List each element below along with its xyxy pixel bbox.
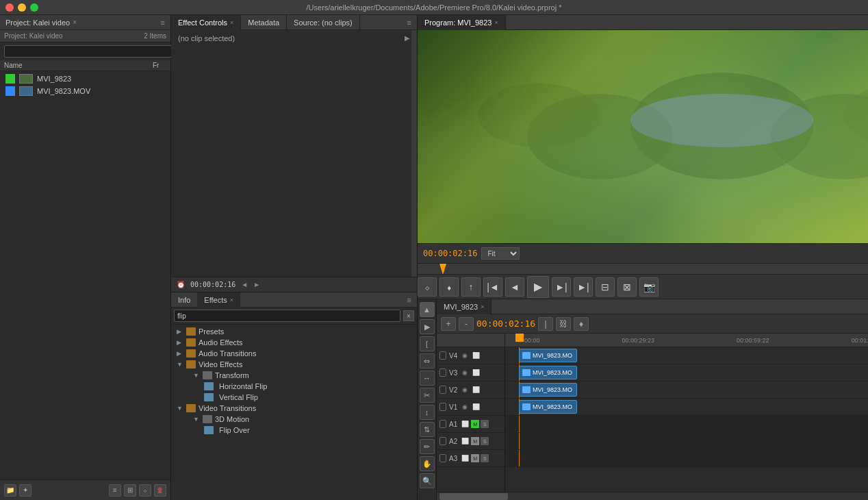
tl-delete-tracks-button[interactable]: - xyxy=(459,317,474,331)
lock-a2[interactable] xyxy=(439,437,446,445)
tree-item-audio-transitions[interactable]: ▶ Audio Transitions xyxy=(171,348,417,359)
insert-button[interactable]: ↑ xyxy=(461,277,481,297)
track-row-v3[interactable]: MVI_9823.MO xyxy=(505,364,868,382)
lock-v2[interactable] xyxy=(439,386,446,394)
project-search-input[interactable] xyxy=(4,45,175,58)
project-item[interactable]: MVI_9823 xyxy=(0,73,170,85)
tl-add-tracks-button[interactable]: + xyxy=(441,317,456,331)
lock-v4[interactable] xyxy=(439,351,446,360)
lift-button[interactable]: ⊟ xyxy=(596,277,615,297)
effect-controls-menu[interactable]: ≡ xyxy=(402,18,417,27)
tree-item-video-effects[interactable]: ▼ Video Effects xyxy=(171,359,417,370)
razor-tool-button[interactable]: ✂ xyxy=(420,388,435,403)
track-output-v4[interactable]: ⬜ xyxy=(471,351,481,360)
clip-v4[interactable]: MVI_9823.MO xyxy=(519,349,577,362)
mute-a1[interactable]: M xyxy=(471,420,479,428)
track-output-a1[interactable]: ⬜ xyxy=(460,420,470,428)
tree-item-transform[interactable]: ▼ Transform xyxy=(171,370,417,381)
project-panel-close[interactable]: × xyxy=(73,18,77,26)
sequence-tab-close[interactable]: × xyxy=(481,303,484,310)
track-output-v3[interactable]: ⬜ xyxy=(471,368,481,377)
timeline-ruler-row[interactable]: 00:00 00:00:29:23 00:00:59:22 00:01:29:2… xyxy=(505,334,868,347)
program-monitor-close[interactable]: × xyxy=(494,19,498,26)
step-back-button[interactable]: ◄ xyxy=(505,277,524,297)
timeline-scroll-thumb[interactable] xyxy=(439,493,508,500)
list-view-button[interactable]: ≡ xyxy=(109,484,121,497)
step-forward-button[interactable]: ►| xyxy=(552,277,571,297)
mute-a2[interactable]: M xyxy=(471,437,479,445)
track-output-v2[interactable]: ⬜ xyxy=(471,386,481,394)
tab-program-monitor[interactable]: Program: MVI_9823 × xyxy=(418,15,506,30)
tab-effects[interactable]: Effects × xyxy=(197,292,240,308)
rate-stretch-tool-button[interactable]: ↔ xyxy=(420,371,435,386)
tl-add-marker-button[interactable]: ♦ xyxy=(574,317,589,331)
mute-a3[interactable]: M xyxy=(471,454,479,462)
rolling-edit-tool-button[interactable]: ⇔ xyxy=(420,353,435,368)
slip-tool-button[interactable]: ↕ xyxy=(420,405,435,420)
tab-source[interactable]: Source: (no clips) xyxy=(287,15,360,30)
play-button[interactable]: ▶ xyxy=(527,276,549,298)
lock-v1[interactable] xyxy=(439,403,446,411)
mark-out-button[interactable]: ⬧ xyxy=(439,277,459,297)
tree-item-horizontal-flip[interactable]: Horizontal Flip xyxy=(171,381,417,392)
lock-a1[interactable] xyxy=(439,420,446,428)
track-row-a2[interactable] xyxy=(505,433,868,450)
hand-tool-button[interactable]: ✋ xyxy=(420,456,435,471)
track-output-a2[interactable]: ⬜ xyxy=(460,437,470,445)
mark-in-button[interactable]: ⬦ xyxy=(418,277,437,297)
effect-controls-scrollbar[interactable] xyxy=(411,30,417,277)
new-bin-button[interactable]: 📁 xyxy=(4,484,16,497)
tab-metadata[interactable]: Metadata xyxy=(241,15,287,30)
close-button[interactable] xyxy=(5,3,14,12)
effects-clear-button[interactable]: × xyxy=(403,310,414,321)
selection-tool-button[interactable]: ▲ xyxy=(420,302,435,317)
lock-a3[interactable] xyxy=(439,454,446,462)
tree-item-video-transitions[interactable]: ▼ Video Transitions xyxy=(171,403,417,414)
window-controls[interactable] xyxy=(5,3,38,12)
ec-nav-right[interactable]: ► xyxy=(253,281,260,288)
eye-v4[interactable]: ◉ xyxy=(460,351,470,360)
effects-menu[interactable]: ≡ xyxy=(402,296,417,304)
maximize-button[interactable] xyxy=(30,3,38,12)
icon-view-button[interactable]: ⊞ xyxy=(124,484,136,497)
panel-settings-button[interactable]: ⬦ xyxy=(139,484,151,497)
tl-snap-button[interactable]: | xyxy=(538,317,553,331)
eye-v1[interactable]: ◉ xyxy=(460,403,470,411)
clip-v1[interactable]: MVI_9823.MO xyxy=(519,400,577,414)
program-timeline-ruler[interactable] xyxy=(418,264,868,275)
tab-effects-close[interactable]: × xyxy=(230,297,233,303)
track-row-v4[interactable]: MVI_9823.MO xyxy=(505,347,868,364)
new-item-button[interactable]: ✦ xyxy=(19,484,31,497)
project-menu-icon[interactable]: ≡ xyxy=(161,18,165,27)
track-select-tool-button[interactable]: ▶ xyxy=(420,319,435,334)
pen-tool-button[interactable]: ✏ xyxy=(420,439,435,454)
ripple-edit-tool-button[interactable]: [ xyxy=(420,336,435,351)
project-item[interactable]: MVI_9823.MOV xyxy=(0,85,170,97)
sequence-tab-mvi9823[interactable]: MVI_9823 × xyxy=(437,299,492,314)
lock-v3[interactable] xyxy=(439,368,446,377)
goto-out-button[interactable]: ►| xyxy=(574,277,593,297)
track-output-a3[interactable]: ⬜ xyxy=(460,454,470,462)
solo-a1[interactable]: S xyxy=(481,420,489,428)
timeline-scrollbar[interactable] xyxy=(437,492,868,500)
slide-tool-button[interactable]: ⇅ xyxy=(420,422,435,437)
tree-item-audio-effects[interactable]: ▶ Audio Effects xyxy=(171,337,417,348)
track-row-v2[interactable]: MVI_9823.MO xyxy=(505,382,868,399)
solo-a2[interactable]: S xyxy=(481,437,489,445)
track-row-v1[interactable]: MVI_9823.MO xyxy=(505,399,868,416)
tree-item-vertical-flip[interactable]: Vertical Flip xyxy=(171,392,417,403)
export-frame-button[interactable]: 📷 xyxy=(639,277,659,297)
eye-v2[interactable]: ◉ xyxy=(460,386,470,394)
fit-dropdown[interactable]: Fit 25% 50% 100% xyxy=(481,247,520,260)
goto-in-button[interactable]: |◄ xyxy=(483,277,502,297)
tree-item-3d-motion[interactable]: ▼ 3D Motion xyxy=(171,414,417,425)
track-row-a1[interactable] xyxy=(505,416,868,433)
tl-linked-button[interactable]: ⛓ xyxy=(556,317,571,331)
effects-search-input[interactable]: flip xyxy=(174,310,400,322)
delete-button[interactable]: 🗑 xyxy=(154,484,166,497)
extract-button[interactable]: ⊠ xyxy=(617,277,637,297)
tree-item-presets[interactable]: ▶ Presets xyxy=(171,326,417,337)
clip-v3[interactable]: MVI_9823.MO xyxy=(519,366,577,379)
track-row-a3[interactable] xyxy=(505,450,868,467)
tab-effect-controls[interactable]: Effect Controls × xyxy=(171,15,241,30)
